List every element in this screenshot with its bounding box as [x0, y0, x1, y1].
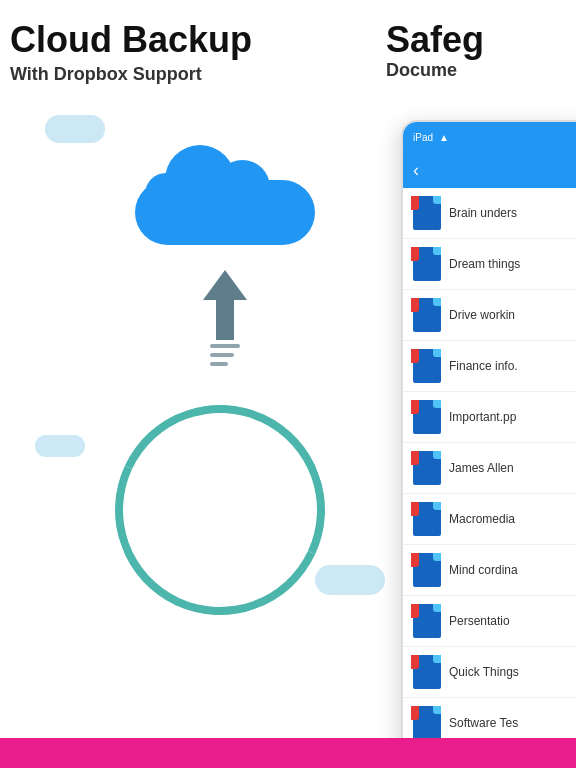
ipad-nav-bar: ‹: [403, 152, 576, 188]
arrow-head-icon: [203, 270, 247, 300]
doc-blue-icon: [413, 247, 441, 281]
doc-bookmark-icon: [411, 298, 419, 312]
doc-bookmark-icon: [411, 655, 419, 669]
file-doc-icon: [413, 196, 441, 230]
doc-blue-icon: [413, 451, 441, 485]
back-button[interactable]: ‹: [413, 160, 419, 181]
arrow-line-1: [210, 344, 240, 348]
file-doc-icon: [413, 655, 441, 689]
arrow-line-2: [210, 353, 234, 357]
file-name-label: Persentatio: [449, 614, 576, 628]
file-name-label: Software Tes: [449, 716, 576, 730]
file-name-label: Important.pp: [449, 410, 576, 424]
file-list-item[interactable]: Persentatio: [403, 596, 576, 647]
arrow-lines: [210, 344, 240, 366]
file-list-item[interactable]: Brain unders: [403, 188, 576, 239]
upload-arrow: [203, 270, 247, 366]
file-list-item[interactable]: Macromedia: [403, 494, 576, 545]
doc-blue-icon: [413, 349, 441, 383]
doc-blue-icon: [413, 553, 441, 587]
doc-bookmark-icon: [411, 451, 419, 465]
file-name-label: Macromedia: [449, 512, 576, 526]
file-doc-icon: [413, 553, 441, 587]
main-cloud: [135, 155, 315, 245]
file-list-item[interactable]: Quick Things: [403, 647, 576, 698]
doc-blue-icon: [413, 298, 441, 332]
doc-bookmark-icon: [411, 502, 419, 516]
arrow-body: [216, 300, 234, 340]
file-doc-icon: [413, 247, 441, 281]
file-list: Brain undersDream thingsDrive workinFina…: [403, 188, 576, 768]
file-list-item[interactable]: Finance info.: [403, 341, 576, 392]
cloud-decoration-2: [35, 435, 85, 457]
doc-bookmark-icon: [411, 553, 419, 567]
file-name-label: Finance info.: [449, 359, 576, 373]
doc-bookmark-icon: [411, 706, 419, 720]
file-list-item[interactable]: Dream things: [403, 239, 576, 290]
file-name-label: Drive workin: [449, 308, 576, 322]
doc-blue-icon: [413, 655, 441, 689]
doc-bookmark-icon: [411, 349, 419, 363]
file-name-label: Brain unders: [449, 206, 576, 220]
ipad-device-label: iPad: [413, 132, 433, 143]
cloud-decoration-1: [45, 115, 105, 143]
doc-bookmark-icon: [411, 604, 419, 618]
file-name-label: James Allen: [449, 461, 576, 475]
file-doc-icon: [413, 451, 441, 485]
doc-blue-icon: [413, 196, 441, 230]
doc-blue-icon: [413, 604, 441, 638]
ipad-mockup: iPad ▲ ‹ Brain undersDream thingsDrive w…: [401, 120, 576, 768]
file-list-item[interactable]: Drive workin: [403, 290, 576, 341]
doc-blue-icon: [413, 706, 441, 740]
file-doc-icon: [413, 706, 441, 740]
wifi-icon: ▲: [439, 132, 449, 143]
circular-arrows: ❄: [115, 405, 335, 625]
circle-arrow-bottom: [85, 375, 354, 644]
file-list-item[interactable]: Important.pp: [403, 392, 576, 443]
file-doc-icon: [413, 349, 441, 383]
file-list-item[interactable]: James Allen: [403, 443, 576, 494]
doc-blue-icon: [413, 502, 441, 536]
file-name-label: Dream things: [449, 257, 576, 271]
file-name-label: Mind cordina: [449, 563, 576, 577]
file-doc-icon: [413, 400, 441, 434]
file-doc-icon: [413, 502, 441, 536]
file-name-label: Quick Things: [449, 665, 576, 679]
ipad-status-bar: iPad ▲: [403, 122, 576, 152]
right-panel: iPad ▲ ‹ Brain undersDream thingsDrive w…: [376, 0, 576, 768]
doc-bookmark-icon: [411, 247, 419, 261]
bottom-bar: [0, 738, 576, 768]
illustration-area: ❄: [35, 105, 415, 725]
doc-bookmark-icon: [411, 196, 419, 210]
doc-blue-icon: [413, 400, 441, 434]
doc-bookmark-icon: [411, 400, 419, 414]
arrow-line-3: [210, 362, 228, 366]
file-doc-icon: [413, 604, 441, 638]
file-list-item[interactable]: Mind cordina: [403, 545, 576, 596]
file-doc-icon: [413, 298, 441, 332]
